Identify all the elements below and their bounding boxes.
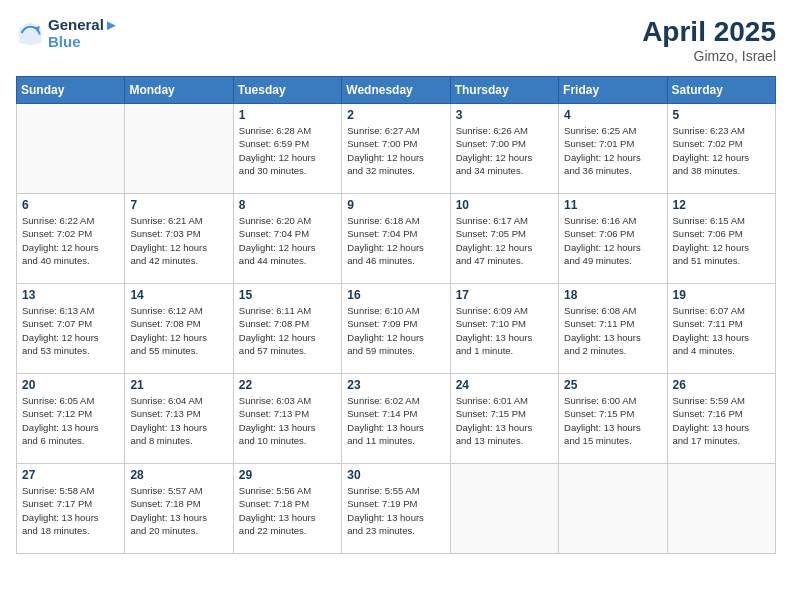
calendar-cell: 13Sunrise: 6:13 AMSunset: 7:07 PMDayligh… xyxy=(17,284,125,374)
calendar-cell: 23Sunrise: 6:02 AMSunset: 7:14 PMDayligh… xyxy=(342,374,450,464)
day-number: 27 xyxy=(22,468,119,482)
day-info: Sunrise: 6:23 AMSunset: 7:02 PMDaylight:… xyxy=(673,124,770,177)
calendar-cell: 16Sunrise: 6:10 AMSunset: 7:09 PMDayligh… xyxy=(342,284,450,374)
calendar-cell: 6Sunrise: 6:22 AMSunset: 7:02 PMDaylight… xyxy=(17,194,125,284)
day-info: Sunrise: 6:03 AMSunset: 7:13 PMDaylight:… xyxy=(239,394,336,447)
day-number: 28 xyxy=(130,468,227,482)
calendar-cell: 21Sunrise: 6:04 AMSunset: 7:13 PMDayligh… xyxy=(125,374,233,464)
day-number: 4 xyxy=(564,108,661,122)
day-info: Sunrise: 5:56 AMSunset: 7:18 PMDaylight:… xyxy=(239,484,336,537)
logo-icon xyxy=(16,19,44,47)
calendar-cell: 1Sunrise: 6:28 AMSunset: 6:59 PMDaylight… xyxy=(233,104,341,194)
day-number: 29 xyxy=(239,468,336,482)
day-number: 1 xyxy=(239,108,336,122)
day-info: Sunrise: 6:21 AMSunset: 7:03 PMDaylight:… xyxy=(130,214,227,267)
weekday-header-wednesday: Wednesday xyxy=(342,77,450,104)
calendar-cell xyxy=(125,104,233,194)
day-number: 25 xyxy=(564,378,661,392)
day-info: Sunrise: 5:58 AMSunset: 7:17 PMDaylight:… xyxy=(22,484,119,537)
day-number: 12 xyxy=(673,198,770,212)
day-info: Sunrise: 6:22 AMSunset: 7:02 PMDaylight:… xyxy=(22,214,119,267)
calendar-cell: 9Sunrise: 6:18 AMSunset: 7:04 PMDaylight… xyxy=(342,194,450,284)
day-number: 21 xyxy=(130,378,227,392)
day-number: 14 xyxy=(130,288,227,302)
day-number: 24 xyxy=(456,378,553,392)
day-info: Sunrise: 6:20 AMSunset: 7:04 PMDaylight:… xyxy=(239,214,336,267)
page-header: General► Blue April 2025 Gimzo, Israel xyxy=(16,16,776,64)
day-number: 17 xyxy=(456,288,553,302)
calendar-cell: 25Sunrise: 6:00 AMSunset: 7:15 PMDayligh… xyxy=(559,374,667,464)
day-number: 16 xyxy=(347,288,444,302)
day-info: Sunrise: 6:07 AMSunset: 7:11 PMDaylight:… xyxy=(673,304,770,357)
calendar-table: SundayMondayTuesdayWednesdayThursdayFrid… xyxy=(16,76,776,554)
day-number: 7 xyxy=(130,198,227,212)
calendar-cell: 22Sunrise: 6:03 AMSunset: 7:13 PMDayligh… xyxy=(233,374,341,464)
day-info: Sunrise: 6:11 AMSunset: 7:08 PMDaylight:… xyxy=(239,304,336,357)
day-info: Sunrise: 5:55 AMSunset: 7:19 PMDaylight:… xyxy=(347,484,444,537)
calendar-cell xyxy=(559,464,667,554)
calendar-cell: 27Sunrise: 5:58 AMSunset: 7:17 PMDayligh… xyxy=(17,464,125,554)
day-number: 13 xyxy=(22,288,119,302)
calendar-cell: 20Sunrise: 6:05 AMSunset: 7:12 PMDayligh… xyxy=(17,374,125,464)
calendar-cell xyxy=(17,104,125,194)
day-info: Sunrise: 6:27 AMSunset: 7:00 PMDaylight:… xyxy=(347,124,444,177)
day-number: 23 xyxy=(347,378,444,392)
calendar-cell: 15Sunrise: 6:11 AMSunset: 7:08 PMDayligh… xyxy=(233,284,341,374)
day-number: 3 xyxy=(456,108,553,122)
month-title: April 2025 xyxy=(642,16,776,48)
day-info: Sunrise: 6:15 AMSunset: 7:06 PMDaylight:… xyxy=(673,214,770,267)
day-number: 9 xyxy=(347,198,444,212)
calendar-week-1: 1Sunrise: 6:28 AMSunset: 6:59 PMDaylight… xyxy=(17,104,776,194)
calendar-week-4: 20Sunrise: 6:05 AMSunset: 7:12 PMDayligh… xyxy=(17,374,776,464)
day-number: 2 xyxy=(347,108,444,122)
calendar-cell: 8Sunrise: 6:20 AMSunset: 7:04 PMDaylight… xyxy=(233,194,341,284)
day-number: 6 xyxy=(22,198,119,212)
day-info: Sunrise: 6:09 AMSunset: 7:10 PMDaylight:… xyxy=(456,304,553,357)
calendar-cell: 17Sunrise: 6:09 AMSunset: 7:10 PMDayligh… xyxy=(450,284,558,374)
calendar-cell: 18Sunrise: 6:08 AMSunset: 7:11 PMDayligh… xyxy=(559,284,667,374)
calendar-cell: 5Sunrise: 6:23 AMSunset: 7:02 PMDaylight… xyxy=(667,104,775,194)
day-info: Sunrise: 6:02 AMSunset: 7:14 PMDaylight:… xyxy=(347,394,444,447)
calendar-cell: 30Sunrise: 5:55 AMSunset: 7:19 PMDayligh… xyxy=(342,464,450,554)
calendar-cell: 2Sunrise: 6:27 AMSunset: 7:00 PMDaylight… xyxy=(342,104,450,194)
day-number: 15 xyxy=(239,288,336,302)
day-info: Sunrise: 6:00 AMSunset: 7:15 PMDaylight:… xyxy=(564,394,661,447)
weekday-header-saturday: Saturday xyxy=(667,77,775,104)
day-info: Sunrise: 6:18 AMSunset: 7:04 PMDaylight:… xyxy=(347,214,444,267)
calendar-week-3: 13Sunrise: 6:13 AMSunset: 7:07 PMDayligh… xyxy=(17,284,776,374)
weekday-header-monday: Monday xyxy=(125,77,233,104)
day-number: 11 xyxy=(564,198,661,212)
day-info: Sunrise: 6:10 AMSunset: 7:09 PMDaylight:… xyxy=(347,304,444,357)
day-info: Sunrise: 6:04 AMSunset: 7:13 PMDaylight:… xyxy=(130,394,227,447)
day-info: Sunrise: 6:05 AMSunset: 7:12 PMDaylight:… xyxy=(22,394,119,447)
day-number: 10 xyxy=(456,198,553,212)
day-info: Sunrise: 5:59 AMSunset: 7:16 PMDaylight:… xyxy=(673,394,770,447)
title-block: April 2025 Gimzo, Israel xyxy=(642,16,776,64)
calendar-week-2: 6Sunrise: 6:22 AMSunset: 7:02 PMDaylight… xyxy=(17,194,776,284)
location-title: Gimzo, Israel xyxy=(642,48,776,64)
calendar-cell: 4Sunrise: 6:25 AMSunset: 7:01 PMDaylight… xyxy=(559,104,667,194)
day-number: 30 xyxy=(347,468,444,482)
day-info: Sunrise: 6:08 AMSunset: 7:11 PMDaylight:… xyxy=(564,304,661,357)
day-info: Sunrise: 6:16 AMSunset: 7:06 PMDaylight:… xyxy=(564,214,661,267)
day-info: Sunrise: 6:28 AMSunset: 6:59 PMDaylight:… xyxy=(239,124,336,177)
day-info: Sunrise: 6:26 AMSunset: 7:00 PMDaylight:… xyxy=(456,124,553,177)
calendar-cell: 28Sunrise: 5:57 AMSunset: 7:18 PMDayligh… xyxy=(125,464,233,554)
weekday-header-thursday: Thursday xyxy=(450,77,558,104)
day-number: 8 xyxy=(239,198,336,212)
calendar-cell: 12Sunrise: 6:15 AMSunset: 7:06 PMDayligh… xyxy=(667,194,775,284)
weekday-header-tuesday: Tuesday xyxy=(233,77,341,104)
day-number: 26 xyxy=(673,378,770,392)
day-number: 18 xyxy=(564,288,661,302)
calendar-cell: 24Sunrise: 6:01 AMSunset: 7:15 PMDayligh… xyxy=(450,374,558,464)
calendar-cell: 26Sunrise: 5:59 AMSunset: 7:16 PMDayligh… xyxy=(667,374,775,464)
day-info: Sunrise: 6:12 AMSunset: 7:08 PMDaylight:… xyxy=(130,304,227,357)
svg-marker-0 xyxy=(19,22,41,46)
logo: General► Blue xyxy=(16,16,119,50)
calendar-cell: 7Sunrise: 6:21 AMSunset: 7:03 PMDaylight… xyxy=(125,194,233,284)
calendar-cell: 14Sunrise: 6:12 AMSunset: 7:08 PMDayligh… xyxy=(125,284,233,374)
calendar-week-5: 27Sunrise: 5:58 AMSunset: 7:17 PMDayligh… xyxy=(17,464,776,554)
calendar-cell: 10Sunrise: 6:17 AMSunset: 7:05 PMDayligh… xyxy=(450,194,558,284)
weekday-header-row: SundayMondayTuesdayWednesdayThursdayFrid… xyxy=(17,77,776,104)
day-info: Sunrise: 6:13 AMSunset: 7:07 PMDaylight:… xyxy=(22,304,119,357)
